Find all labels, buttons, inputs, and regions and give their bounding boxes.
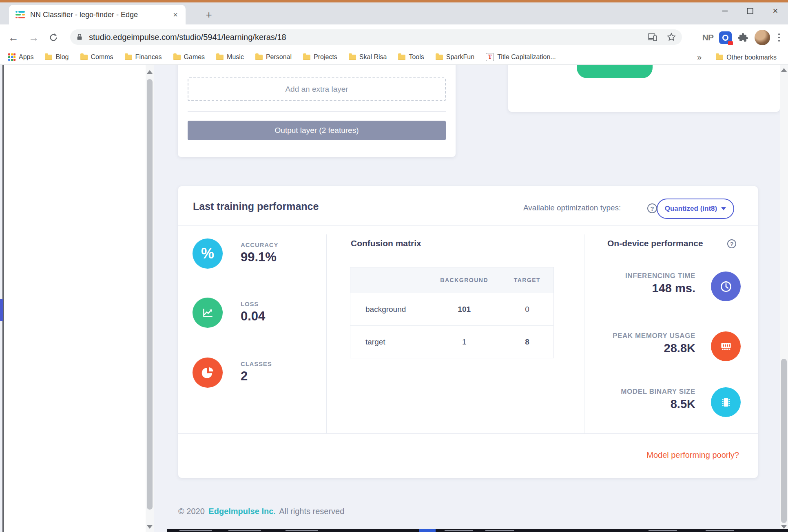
model-chip-icon [711,387,741,417]
new-tab-button[interactable]: + [202,8,215,21]
bookmarks-divider [709,53,709,62]
folder-icon [173,55,181,60]
extensions-puzzle-icon[interactable] [737,32,749,43]
apps-grid-icon [8,53,15,61]
folder-icon [45,55,52,60]
model-binary-size-value: 8.5K [545,397,695,411]
cell-value: 0 [501,293,554,326]
bookmark-personal[interactable]: Personal [255,53,292,61]
confusion-matrix-table: BACKGROUND TARGET background 101 0 targe… [350,267,554,358]
favicon-edge-impulse [15,11,25,18]
inferencing-time-label: INFERENCING TIME [545,272,695,280]
table-row: background 101 0 [350,293,554,326]
add-extra-layer-button[interactable]: Add an extra layer [188,77,446,101]
inferencing-time-value: 148 ms. [545,282,695,295]
scroll-up-icon[interactable] [147,70,153,74]
row-label: background [350,293,428,326]
folder-icon [436,55,443,60]
on-device-performance-title: On-device performance [607,238,703,248]
bookmark-tools[interactable]: Tools [398,53,424,61]
bookmark-sparkfun[interactable]: SparkFun [436,53,474,61]
bookmarks-overflow-icon[interactable]: » [697,53,702,62]
bookmark-star-icon[interactable] [666,32,676,42]
classes-value: 2 [241,369,248,384]
cell-value: 1 [428,326,501,358]
divider [188,111,446,112]
loss-chart-icon [193,298,223,328]
bookmark-blog[interactable]: Blog [45,53,69,61]
model-binary-size-label: MODEL BINARY SIZE [545,388,695,396]
scroll-down-icon[interactable] [147,525,153,529]
tab-title: NN Classifier - lego-finder - Edge [30,11,170,19]
url-text: studio.edgeimpulse.com/studio/5941/learn… [89,33,648,42]
peak-memory-label: PEAK MEMORY USAGE [545,332,695,340]
window-controls: × [712,2,788,20]
maximize-button[interactable] [737,2,763,20]
forward-icon[interactable]: → [27,31,41,44]
profile-avatar[interactable] [755,30,770,45]
window-left-edge [2,65,4,532]
folder-icon [216,55,224,60]
ram-icon [711,331,741,361]
cell-value: 101 [428,293,501,326]
loss-label: LOSS [241,300,259,307]
output-layer-button[interactable]: Output layer (2 features) [188,121,446,140]
background-window-strip [167,529,788,532]
divider [326,234,327,433]
tab-close-icon[interactable]: × [170,9,181,20]
chrome-menu-icon[interactable] [776,33,782,42]
folder-icon [398,55,405,60]
bookmark-comms[interactable]: Comms [80,53,113,61]
close-button[interactable]: × [763,2,788,20]
reload-icon[interactable] [46,31,60,44]
company-link[interactable]: EdgeImpulse Inc. [208,507,275,516]
accuracy-label: ACCURACY [241,241,278,248]
column-background: BACKGROUND [428,267,501,293]
table-header-row: BACKGROUND TARGET [350,267,554,293]
help-icon[interactable]: ? [727,239,736,248]
optimization-types-label: Available optimization types: [523,203,621,212]
sidebar-scrollbar-thumb[interactable] [147,79,153,510]
bookmark-apps[interactable]: Apps [8,53,33,61]
model-performing-poorly-link[interactable]: Model performing poorly? [646,450,739,460]
bookmark-title-capitalization[interactable]: TTitle Capitalization... [486,53,556,61]
window-scrollbar-thumb[interactable] [781,359,787,523]
sidebar [4,65,146,532]
folder-icon [303,55,310,60]
lock-icon [76,33,83,41]
divider [178,225,758,226]
rights-text: All rights reserved [279,507,344,516]
folder-icon [80,55,88,60]
classes-pie-icon [193,358,223,388]
folder-icon [255,55,263,60]
browser-window: NN Classifier - lego-finder - Edge × + ×… [0,0,788,532]
bookmark-games[interactable]: Games [173,53,205,61]
browser-tab[interactable]: NN Classifier - lego-finder - Edge × [9,5,186,24]
window-scrollbar[interactable] [780,65,788,532]
scroll-up-icon[interactable] [781,68,787,72]
bookmark-finances[interactable]: Finances [125,53,162,61]
table-row: target 1 8 [350,326,554,358]
back-icon[interactable]: ← [7,31,20,44]
sidebar-scrollbar[interactable] [146,65,154,532]
optimization-type-dropdown[interactable]: Quantized (int8) [657,199,734,219]
chevron-down-icon [721,207,726,210]
folder-icon [716,55,723,60]
extension-np-icon[interactable]: NP [702,33,713,42]
folder-icon [349,55,356,60]
bookmark-skal-risa[interactable]: Skal Risa [349,53,387,61]
password-extension-icon[interactable] [719,31,732,44]
minimize-button[interactable] [712,2,737,20]
help-icon[interactable]: ? [647,203,657,213]
send-to-devices-icon[interactable] [648,33,657,42]
clock-icon [711,272,741,301]
scroll-down-icon[interactable] [781,525,787,529]
address-bar[interactable]: studio.edgeimpulse.com/studio/5941/learn… [70,29,682,45]
bookmark-projects[interactable]: Projects [303,53,337,61]
divider [178,433,758,434]
other-bookmarks[interactable]: Other bookmarks [716,54,777,61]
confusion-matrix-title: Confusion matrix [351,238,421,248]
extensions-area: NP [702,29,782,46]
page-footer: © 2020 EdgeImpulse Inc. All rights reser… [178,507,344,516]
bookmark-music[interactable]: Music [216,53,244,61]
